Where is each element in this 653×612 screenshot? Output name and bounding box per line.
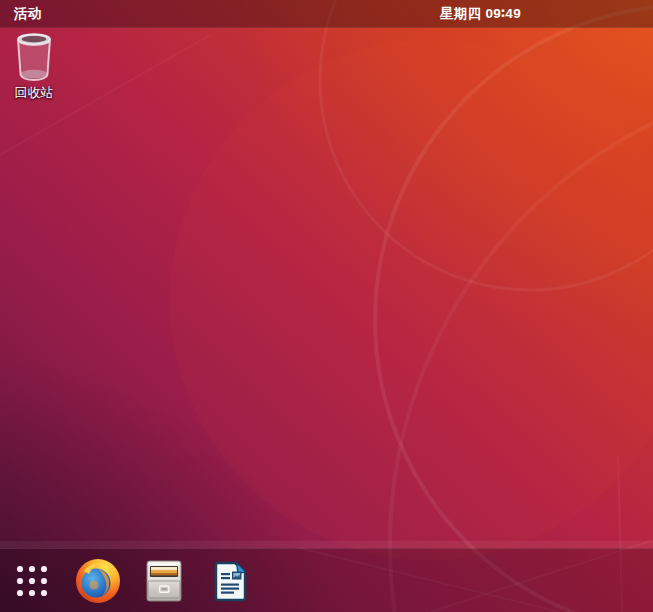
dock — [0, 548, 653, 612]
trash-label: 回收站 — [15, 85, 54, 100]
desktop-icon-trash[interactable]: 回收站 — [5, 30, 63, 100]
writer-document-icon — [206, 557, 254, 605]
show-applications-button[interactable] — [8, 557, 56, 605]
trash-icon — [12, 30, 56, 82]
files-launcher[interactable] — [140, 557, 188, 605]
firefox-launcher[interactable] — [74, 557, 122, 605]
activities-label: 活动 — [14, 5, 41, 23]
top-bar: 活动 星期四 09∶49 — [0, 0, 653, 28]
firefox-icon — [74, 557, 122, 605]
clock-label: 星期四 09∶49 — [440, 5, 521, 23]
file-cabinet-icon — [140, 557, 188, 605]
libreoffice-writer-launcher[interactable] — [206, 557, 254, 605]
wallpaper-pattern — [0, 0, 653, 612]
activities-button[interactable]: 活动 — [0, 0, 55, 27]
desktop-wallpaper — [0, 0, 653, 612]
clock-button[interactable]: 星期四 09∶49 — [440, 0, 521, 27]
dock-top-band — [0, 541, 653, 548]
app-grid-icon — [8, 557, 56, 605]
